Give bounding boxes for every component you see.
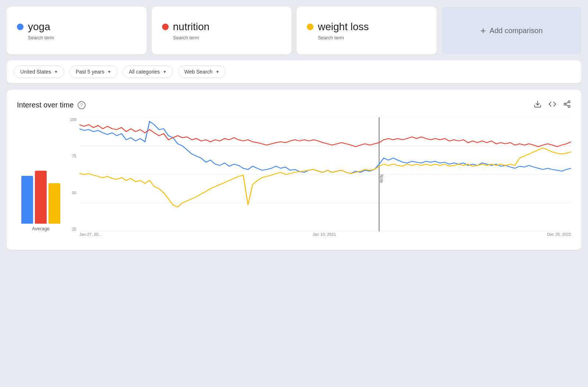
period-filter[interactable]: Past 5 years ▼ bbox=[69, 65, 118, 78]
category-label: All categories bbox=[129, 69, 160, 75]
chart-section: Interest over time ? bbox=[7, 90, 581, 250]
search-type-filter[interactable]: Web Search ▼ bbox=[178, 65, 226, 78]
x-label-mid: Jan 10, 2021 bbox=[313, 232, 336, 237]
y-label-75: 75 bbox=[72, 154, 76, 158]
svg-line-5 bbox=[566, 102, 568, 104]
chart-title: Interest over time bbox=[17, 101, 74, 109]
chart-canvas: Note bbox=[79, 117, 571, 231]
nutrition-type: Search term bbox=[173, 35, 282, 40]
category-chevron-icon: ▼ bbox=[163, 70, 167, 74]
x-label-start: Jan 27, 20... bbox=[79, 232, 102, 237]
chart-body: Average 100 75 50 25 No bbox=[17, 117, 571, 242]
chart-actions bbox=[534, 100, 571, 110]
yoga-dot bbox=[17, 24, 24, 30]
avg-label: Average bbox=[32, 226, 50, 231]
period-label: Past 5 years bbox=[76, 69, 104, 75]
share-icon[interactable] bbox=[563, 100, 571, 110]
period-chevron-icon: ▼ bbox=[107, 70, 111, 74]
location-label: United States bbox=[20, 69, 51, 75]
bars-container bbox=[21, 150, 60, 224]
help-icon[interactable]: ? bbox=[78, 101, 86, 109]
weight-loss-term: weight loss bbox=[318, 21, 369, 33]
search-terms-section: yoga Search term nutrition Search term w… bbox=[7, 7, 581, 54]
add-comparison-label: Add comparison bbox=[490, 26, 543, 35]
search-card-yoga: yoga Search term bbox=[7, 7, 147, 54]
y-label-25: 25 bbox=[72, 227, 76, 231]
chart-title-area: Interest over time ? bbox=[17, 101, 86, 109]
search-card-nutrition: nutrition Search term bbox=[152, 7, 292, 54]
embed-icon[interactable] bbox=[548, 100, 556, 110]
nutrition-dot bbox=[162, 24, 169, 30]
category-filter[interactable]: All categories ▼ bbox=[123, 65, 173, 78]
yoga-term: yoga bbox=[28, 21, 50, 33]
chart-header: Interest over time ? bbox=[17, 100, 571, 110]
x-label-end: Dec 25, 2022 bbox=[547, 232, 571, 237]
add-comparison-card[interactable]: + Add comparison bbox=[442, 7, 582, 54]
location-chevron-icon: ▼ bbox=[54, 70, 58, 74]
location-filter[interactable]: United States ▼ bbox=[14, 65, 64, 78]
search-type-chevron-icon: ▼ bbox=[215, 70, 219, 74]
bar-weight-loss bbox=[49, 183, 60, 224]
x-axis: Jan 27, 20... Jan 10, 2021 Dec 25, 2022 bbox=[79, 232, 571, 242]
y-label-100: 100 bbox=[70, 117, 76, 122]
bar-nutrition bbox=[35, 171, 47, 224]
yoga-type: Search term bbox=[28, 35, 136, 40]
plus-icon: + bbox=[480, 25, 486, 36]
line-chart-area: 100 75 50 25 Note bbox=[65, 117, 571, 242]
line-chart-svg: Note bbox=[79, 117, 571, 231]
svg-text:Note: Note bbox=[379, 174, 384, 183]
weight-loss-dot bbox=[307, 24, 313, 30]
average-bars: Average bbox=[17, 117, 65, 242]
weight-loss-type: Search term bbox=[318, 35, 426, 40]
search-card-weight-loss: weight loss Search term bbox=[297, 7, 437, 54]
y-label-50: 50 bbox=[72, 191, 76, 195]
y-axis: 100 75 50 25 bbox=[65, 117, 79, 231]
bar-yoga bbox=[21, 176, 33, 224]
svg-line-4 bbox=[566, 104, 568, 106]
download-icon[interactable] bbox=[534, 100, 542, 110]
filters-bar: United States ▼ Past 5 years ▼ All categ… bbox=[7, 60, 581, 83]
search-type-label: Web Search bbox=[184, 69, 213, 75]
nutrition-term: nutrition bbox=[173, 21, 210, 33]
